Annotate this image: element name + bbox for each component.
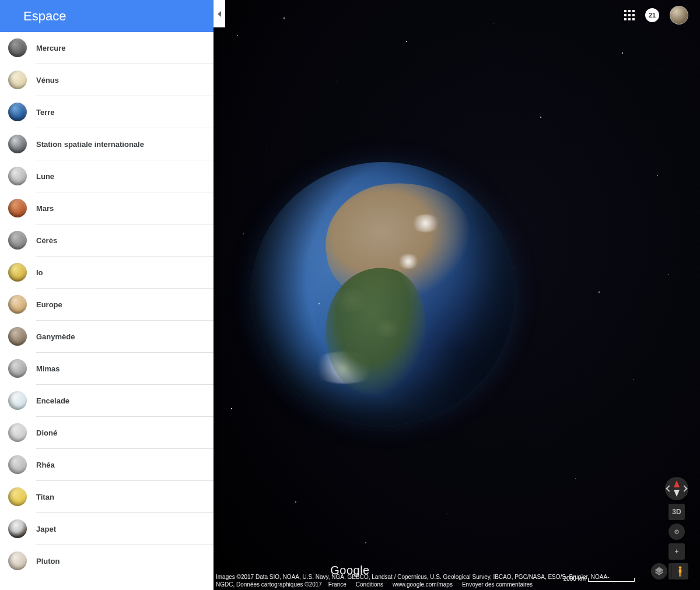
pegman-button[interactable] bbox=[672, 563, 688, 580]
celestial-body-thumb bbox=[8, 263, 27, 282]
rotate-right-icon bbox=[681, 485, 687, 491]
celestial-body-item[interactable]: Japet bbox=[0, 513, 214, 545]
celestial-body-label: Ganymède bbox=[36, 332, 75, 341]
celestial-body-label: Station spatiale internationale bbox=[36, 140, 144, 149]
celestial-body-thumb bbox=[8, 167, 27, 185]
footer-link[interactable]: www.google.com/maps bbox=[393, 581, 453, 588]
collapse-sidebar-button[interactable] bbox=[214, 0, 225, 27]
celestial-body-item[interactable]: Mercure bbox=[0, 32, 214, 64]
celestial-body-list: MercureVénusTerreStation spatiale intern… bbox=[0, 32, 214, 590]
earth-globe bbox=[251, 162, 515, 426]
celestial-body-item[interactable]: Europe bbox=[0, 289, 214, 320]
rotate-left-icon bbox=[666, 485, 672, 491]
celestial-body-item[interactable]: Mimas bbox=[0, 353, 214, 384]
celestial-body-item[interactable]: Cérès bbox=[0, 224, 214, 256]
celestial-body-label: Titan bbox=[36, 493, 54, 501]
celestial-body-thumb bbox=[8, 38, 27, 57]
celestial-body-item[interactable]: Pluton bbox=[0, 545, 214, 577]
imagery-date-button[interactable] bbox=[651, 563, 667, 580]
svg-rect-4 bbox=[679, 573, 680, 577]
map-canvas[interactable] bbox=[214, 0, 700, 590]
celestial-body-item[interactable]: Io bbox=[0, 257, 214, 288]
svg-rect-3 bbox=[679, 569, 682, 573]
footer-link[interactable]: Conditions bbox=[356, 581, 383, 588]
celestial-body-thumb bbox=[8, 135, 27, 153]
space-sidebar: Espace MercureVénusTerreStation spatiale… bbox=[0, 0, 214, 590]
celestial-body-label: Mars bbox=[36, 204, 54, 213]
svg-point-1 bbox=[676, 531, 677, 532]
celestial-body-thumb bbox=[8, 359, 27, 378]
celestial-body-label: Europe bbox=[36, 300, 62, 309]
celestial-body-item[interactable]: Station spatiale internationale bbox=[0, 128, 214, 160]
celestial-body-label: Mercure bbox=[36, 44, 66, 52]
notifications-badge[interactable]: 21 bbox=[645, 8, 659, 22]
chevron-left-icon bbox=[218, 11, 221, 17]
footer-link[interactable]: Envoyer des commentaires bbox=[462, 581, 533, 588]
celestial-body-label: Rhéa bbox=[36, 461, 55, 469]
celestial-body-item[interactable]: Mars bbox=[0, 192, 214, 224]
celestial-body-item[interactable]: Terre bbox=[0, 96, 214, 128]
celestial-body-item[interactable]: Vénus bbox=[0, 64, 214, 96]
celestial-body-thumb bbox=[8, 455, 27, 474]
zoom-in-button[interactable]: + bbox=[668, 543, 685, 560]
celestial-body-item[interactable]: Dioné bbox=[0, 417, 214, 448]
celestial-body-thumb bbox=[8, 391, 27, 410]
account-avatar[interactable] bbox=[670, 6, 688, 24]
google-apps-icon[interactable] bbox=[624, 10, 635, 20]
target-icon bbox=[673, 528, 681, 536]
celestial-body-item[interactable]: Titan bbox=[0, 481, 214, 512]
celestial-body-label: Io bbox=[36, 268, 43, 277]
celestial-body-label: Encelade bbox=[36, 396, 69, 405]
celestial-body-thumb bbox=[8, 327, 27, 346]
celestial-body-thumb bbox=[8, 103, 27, 121]
celestial-body-thumb bbox=[8, 199, 27, 217]
celestial-body-item[interactable]: Lune bbox=[0, 160, 214, 192]
celestial-body-thumb bbox=[8, 487, 27, 506]
celestial-body-thumb bbox=[8, 231, 27, 250]
celestial-body-thumb bbox=[8, 552, 27, 570]
svg-rect-5 bbox=[680, 573, 681, 577]
celestial-body-label: Lune bbox=[36, 172, 54, 181]
celestial-body-thumb bbox=[8, 71, 27, 89]
layers-icon bbox=[654, 566, 664, 577]
celestial-body-item[interactable]: Rhéa bbox=[0, 449, 214, 480]
celestial-body-label: Dioné bbox=[36, 429, 57, 437]
celestial-body-label: Japet bbox=[36, 525, 56, 533]
my-location-button[interactable] bbox=[668, 524, 685, 540]
celestial-body-label: Vénus bbox=[36, 76, 59, 85]
compass-control[interactable] bbox=[665, 477, 688, 500]
attribution-footer: Images ©2017 Data SIO, NOAA, U.S. Navy, … bbox=[216, 573, 624, 588]
celestial-body-label: Cérès bbox=[36, 236, 57, 245]
celestial-body-thumb bbox=[8, 519, 27, 538]
celestial-body-item[interactable]: Encelade bbox=[0, 385, 214, 416]
celestial-body-thumb bbox=[8, 295, 27, 314]
toggle-3d-button[interactable]: 3D bbox=[668, 504, 685, 520]
celestial-body-thumb bbox=[8, 423, 27, 442]
celestial-body-label: Mimas bbox=[36, 364, 60, 373]
celestial-body-label: Terre bbox=[36, 108, 55, 117]
footer-link[interactable]: France bbox=[328, 581, 346, 588]
pegman-icon bbox=[676, 566, 684, 577]
celestial-body-item[interactable]: Ganymède bbox=[0, 321, 214, 352]
celestial-body-label: Pluton bbox=[36, 557, 60, 566]
svg-point-2 bbox=[679, 566, 682, 569]
sidebar-title: Espace bbox=[0, 0, 214, 32]
